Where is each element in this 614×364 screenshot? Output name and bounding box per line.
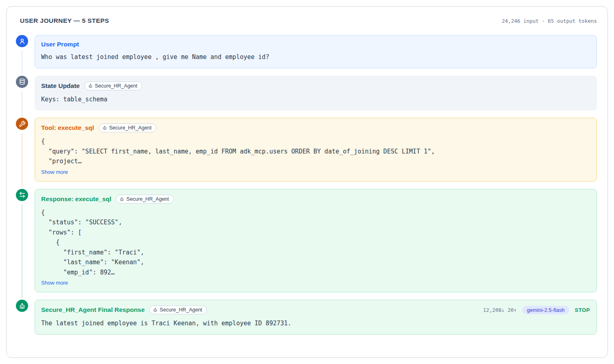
finish-reason-label: STOP (575, 307, 590, 313)
timeline-rail (16, 76, 28, 111)
timeline-connector (22, 133, 22, 187)
user-prompt-text: Who was latest joined employee , give me… (41, 52, 590, 62)
database-icon (16, 76, 28, 88)
agent-badge: Secure_HR_Agent (84, 81, 142, 90)
tool-response-bubble: Response: execute_sql Secure_HR_Agent { … (35, 189, 597, 293)
agent-badge: Secure_HR_Agent (116, 195, 174, 204)
timeline-connector (22, 204, 22, 298)
timeline-rail (16, 189, 28, 293)
timeline-rail (16, 118, 28, 182)
model-badge: gemini-2.5-flash (522, 306, 569, 314)
timeline-connector (22, 91, 22, 116)
show-more-link[interactable]: Show more (41, 169, 68, 175)
step-token-count: 12,208↓ 20↑ (483, 307, 517, 313)
agent-badge: Secure_HR_Agent (149, 305, 207, 314)
robot-icon (153, 307, 158, 312)
tool-response-json: { "status": "SUCCESS", "rows": [ { "firs… (41, 208, 590, 278)
step-state-update: State Update Secure_HR_Agent Keys: table… (16, 76, 597, 111)
exchange-arrows-icon (16, 189, 28, 201)
step-final-response: Secure_HR_Agent Final Response Secure_HR… (16, 300, 597, 335)
step-title: User Prompt (41, 41, 79, 48)
timeline-connector (22, 50, 22, 74)
wrench-icon (16, 118, 28, 130)
tool-call-json: { "query": "SELECT first_name, last_name… (41, 136, 590, 167)
user-journey-panel: USER JOURNEY — 5 STEPS 24,246 input · 65… (6, 6, 608, 358)
user-icon (16, 35, 28, 47)
agent-badge-label: Secure_HR_Agent (109, 125, 152, 131)
agent-badge-label: Secure_HR_Agent (160, 307, 202, 313)
state-update-text: Keys: table_schema (41, 94, 590, 105)
user-prompt-bubble: User Prompt Who was latest joined employ… (35, 35, 597, 68)
final-response-bubble: Secure_HR_Agent Final Response Secure_HR… (35, 300, 597, 335)
panel-title: USER JOURNEY — 5 STEPS (20, 17, 109, 24)
step-title: Tool: execute_sql (41, 124, 94, 132)
timeline-rail (16, 35, 28, 68)
step-user-prompt: User Prompt Who was latest joined employ… (16, 35, 597, 68)
robot-icon (119, 197, 124, 202)
final-response-text: The latest joined employee is Traci Keen… (41, 318, 590, 329)
final-response-meta: 12,208↓ 20↑ gemini-2.5-flash STOP (483, 306, 590, 314)
step-tool-response: Response: execute_sql Secure_HR_Agent { … (16, 189, 597, 293)
step-title: Response: execute_sql (41, 195, 111, 203)
tool-call-bubble: Tool: execute_sql Secure_HR_Agent { "que… (35, 118, 597, 182)
state-update-bubble: State Update Secure_HR_Agent Keys: table… (35, 76, 597, 111)
token-summary: 24,246 input · 65 output tokens (502, 18, 597, 24)
show-more-link[interactable]: Show more (41, 280, 68, 286)
step-title: State Update (41, 82, 80, 90)
robot-icon (88, 83, 93, 88)
step-tool-call: Tool: execute_sql Secure_HR_Agent { "que… (16, 118, 597, 182)
timeline-rail (16, 300, 28, 335)
agent-badge-label: Secure_HR_Agent (95, 83, 137, 89)
panel-header: USER JOURNEY — 5 STEPS 24,246 input · 65… (16, 15, 597, 25)
robot-icon (102, 125, 107, 130)
robot-icon (16, 300, 28, 312)
step-title: Secure_HR_Agent Final Response (41, 306, 145, 314)
agent-badge-label: Secure_HR_Agent (126, 196, 169, 202)
agent-badge: Secure_HR_Agent (99, 123, 156, 132)
